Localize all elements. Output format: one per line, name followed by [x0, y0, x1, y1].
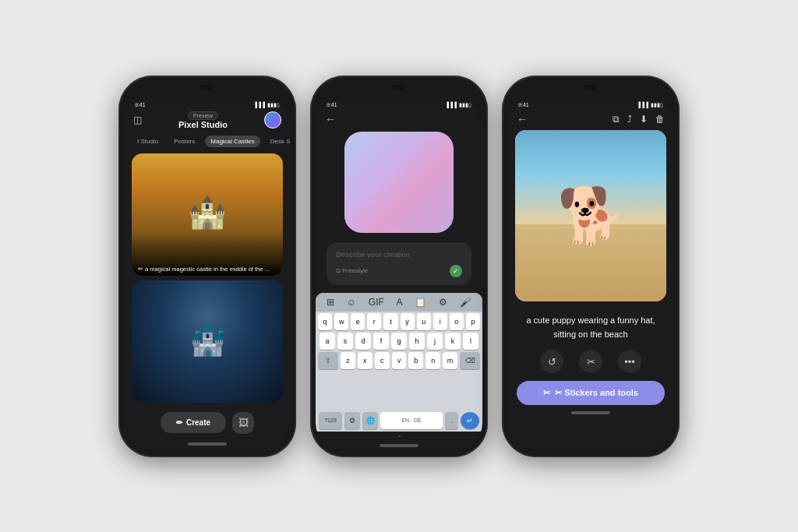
key-shift[interactable]: ⇧	[318, 352, 338, 369]
delete-icon[interactable]: 🗑	[655, 114, 665, 125]
phone-2: 9:41 ▐▐▐▮▮▮▯ ← Describe your creation	[310, 76, 488, 457]
caption-text: a cute puppy wearing a funny hat, sittin…	[526, 315, 655, 339]
stickers-tools-button[interactable]: ✂ ✂ Stickers and tools	[517, 381, 665, 405]
key-n[interactable]: n	[425, 352, 440, 369]
key-u[interactable]: u	[417, 313, 431, 330]
keyboard-font-icon[interactable]: A	[394, 295, 406, 309]
status-icons-3: ▐▐▐▮▮▮▯	[637, 102, 663, 108]
key-globe[interactable]: 🌐	[362, 412, 378, 429]
status-bar-1: 9:41 ▐▐▐ ▮▮▮▯	[124, 99, 291, 110]
key-h[interactable]: h	[409, 333, 425, 350]
castle-ice-card[interactable]	[132, 280, 283, 403]
key-x[interactable]: x	[358, 352, 373, 369]
key-o[interactable]: o	[450, 313, 464, 330]
key-g[interactable]: g	[391, 333, 407, 350]
avatar[interactable]	[264, 111, 281, 129]
key-v[interactable]: v	[392, 352, 407, 369]
key-l[interactable]: l	[463, 333, 478, 350]
nav-bar-3: ← ⧉ ⤴ ⬇ 🗑	[507, 110, 674, 127]
preview-badge: Preview	[188, 111, 218, 120]
more-options-button[interactable]: •••	[618, 350, 641, 373]
key-p[interactable]: p	[466, 313, 480, 330]
action-icons: ⧉ ⤴ ⬇ 🗑	[613, 114, 665, 125]
create-button[interactable]: ✏ Create	[161, 412, 226, 433]
tab-posters[interactable]: Posters	[168, 136, 200, 147]
stickers-label: ✂ Stickers and tools	[555, 388, 638, 398]
keyboard-emoji-icon[interactable]: ⊞	[323, 295, 337, 309]
key-enter[interactable]: ↵	[461, 412, 479, 429]
app-title: Pixel Studio	[178, 120, 228, 129]
creation-input-area[interactable]: Describe your creation Ω Freestyle ✓	[327, 242, 471, 285]
home-indicator-2	[380, 444, 418, 447]
regenerate-button[interactable]: ↺	[540, 350, 563, 373]
confirm-button[interactable]: ✓	[450, 265, 462, 277]
nav-bar-2: ←	[316, 110, 482, 127]
keyboard-gif-btn[interactable]: GIF	[365, 295, 387, 309]
time-3: 9:41	[518, 102, 529, 107]
key-q[interactable]: q	[318, 313, 332, 330]
tab-magical-castles[interactable]: Magical Castles	[205, 136, 260, 147]
key-space[interactable]: EN · DE	[380, 412, 443, 429]
gallery-icon[interactable]: ◫	[133, 115, 142, 125]
copy-icon[interactable]: ⧉	[613, 114, 620, 125]
tab-desk-setups[interactable]: Desk Setups	[265, 136, 291, 147]
time-1: 9:41	[135, 102, 146, 107]
key-m[interactable]: m	[443, 352, 457, 369]
keyboard-bottom-row: ?123 ⚙ 🌐 EN · DE . ↵	[316, 410, 482, 432]
image-description: a cute puppy wearing a funny hat, sittin…	[507, 305, 674, 346]
key-a[interactable]: a	[320, 333, 335, 350]
input-placeholder: Describe your creation	[336, 250, 462, 259]
puppy-beach-scene: 🐕	[515, 130, 666, 301]
key-k[interactable]: k	[445, 333, 461, 350]
key-w[interactable]: w	[334, 313, 348, 330]
key-s[interactable]: s	[337, 333, 353, 350]
tab-i-studio[interactable]: I Studio	[132, 136, 164, 147]
key-d[interactable]: d	[355, 333, 371, 350]
key-r[interactable]: r	[367, 313, 381, 330]
keyboard-mic-icon[interactable]: 🎤	[457, 295, 475, 309]
title-block: Preview Pixel Studio	[178, 111, 228, 129]
image-action-row: ↺ ✂ •••	[507, 345, 674, 378]
app-header-1: ◫ Preview Pixel Studio	[124, 110, 291, 132]
key-f[interactable]: f	[373, 333, 389, 350]
phone-1: 9:41 ▐▐▐ ▮▮▮▯ ◫ Preview Pixel Studio	[118, 76, 296, 457]
edit-button[interactable]: ✂	[579, 350, 602, 373]
keyboard-settings-icon[interactable]: ⚙	[436, 295, 450, 309]
nav-hint: ⌄	[316, 432, 482, 442]
key-period[interactable]: .	[445, 412, 458, 429]
key-settings[interactable]: ⚙	[344, 412, 360, 429]
key-numbers[interactable]: ?123	[319, 412, 342, 429]
back-button-3[interactable]: ←	[517, 113, 528, 125]
key-e[interactable]: e	[351, 313, 365, 330]
castle-desert-card[interactable]: ✏ a magical magestic castle in the middl…	[132, 153, 283, 276]
key-b[interactable]: b	[408, 352, 423, 369]
key-c[interactable]: c	[375, 352, 390, 369]
status-icons-1: ▐▐▐ ▮▮▮▯	[253, 102, 280, 108]
keyboard-sticker-icon[interactable]: ☺	[344, 295, 359, 309]
time-2: 9:41	[327, 102, 337, 107]
key-row-3: ⇧ z x c v b n m ⌫	[318, 352, 480, 369]
key-row-1: q w e r t y u i o p	[318, 313, 480, 330]
key-y[interactable]: y	[401, 313, 415, 330]
keyboard-keys: q w e r t y u i o p a	[316, 312, 482, 410]
download-icon[interactable]: ⬇	[640, 114, 648, 125]
battery-icon: ▮▮▮▯	[267, 102, 280, 108]
key-z[interactable]: z	[341, 352, 355, 369]
key-backspace[interactable]: ⌫	[460, 352, 480, 369]
back-button-2[interactable]: ←	[325, 113, 336, 125]
share-icon[interactable]: ⤴	[627, 114, 632, 125]
status-bar-2: 9:41 ▐▐▐▮▮▮▯	[316, 99, 482, 110]
generation-canvas[interactable]	[344, 132, 454, 233]
image-feed: ✏ a magical magestic castle in the middl…	[124, 150, 291, 406]
key-i[interactable]: i	[433, 313, 447, 330]
freestyle-label: Ω Freestyle	[336, 267, 368, 274]
key-j[interactable]: j	[427, 333, 443, 350]
key-t[interactable]: t	[383, 313, 397, 330]
home-indicator-3	[571, 411, 610, 414]
home-indicator	[188, 442, 227, 446]
phone-3: 9:41 ▐▐▐▮▮▮▯ ← ⧉ ⤴ ⬇ 🗑	[502, 76, 680, 457]
keyboard[interactable]: ⊞ ☺ GIF A 📋 ⚙ 🎤 q w e r	[316, 293, 482, 432]
image-caption-1: ✏ a magical magestic castle in the middl…	[132, 262, 283, 276]
upload-image-button[interactable]: 🖼	[232, 412, 254, 434]
keyboard-clipboard-icon[interactable]: 📋	[411, 295, 429, 309]
